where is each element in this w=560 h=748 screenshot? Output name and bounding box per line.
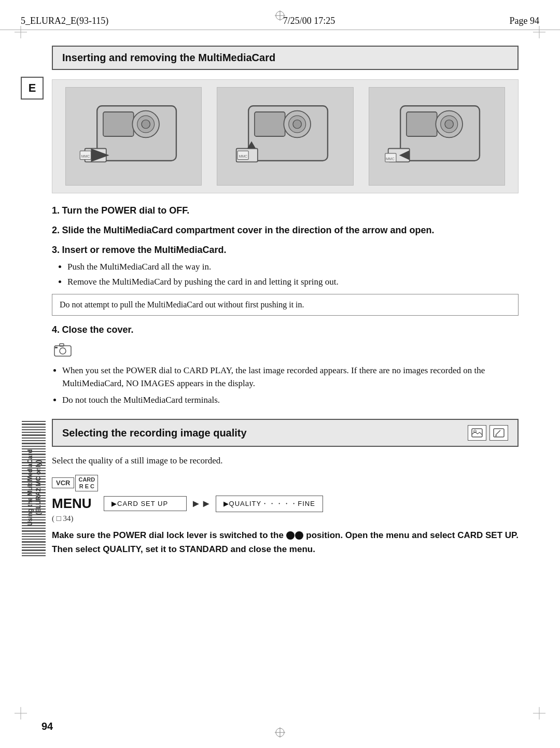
reg-mark-bottom (275, 727, 285, 738)
bullet-2: Remove the MultiMediaCard by pushing the… (67, 275, 519, 289)
svg-rect-34 (55, 347, 58, 348)
circle-dot-2 (295, 531, 303, 540)
step-3-bullets: Push the MultiMediaCard all the way in. … (67, 260, 519, 289)
diagram-2: MMC (217, 87, 353, 186)
instructions: 1. Turn the POWER dial to OFF. 2. Slide … (52, 204, 519, 406)
page-number: 94 (41, 721, 53, 732)
svg-rect-4 (103, 112, 134, 136)
menu-box-1: ▶CARD SET UP (104, 496, 187, 511)
svg-text:MMC: MMC (81, 154, 90, 158)
bottom-section-wrapper: Using the MultiMediaCard (ELURA2 MC only… (52, 419, 519, 556)
camera-icon-area (54, 343, 519, 360)
header-right: Page 94 (509, 16, 539, 26)
side-label-container: Using the MultiMediaCard (ELURA2 MC only… (24, 419, 46, 556)
bottom-section: Selecting the recording image quality (52, 419, 519, 556)
svg-point-7 (142, 120, 150, 128)
reg-mark-top (275, 10, 285, 21)
svg-point-32 (60, 348, 66, 354)
camera-small-icon (54, 343, 72, 357)
diagram-1: MMC (65, 87, 202, 186)
svg-point-17 (293, 120, 301, 128)
svg-text:MMC: MMC (386, 157, 395, 161)
menu-arrow: ►► (191, 498, 212, 510)
bullet-1: Push the MultiMediaCard all the way in. (67, 260, 519, 274)
badge-card-rec: CARD R E C (75, 475, 98, 491)
svg-rect-33 (60, 344, 64, 346)
info-bullet-1: When you set the POWER dial to CARD PLAY… (62, 364, 519, 390)
svg-marker-39 (495, 435, 497, 436)
image-icon (471, 428, 483, 437)
pencil-icon (493, 428, 505, 437)
final-instruction-text: Make sure the POWER dial lock lever is s… (52, 530, 286, 540)
svg-text:MMC: MMC (239, 154, 248, 158)
info-bullet-2: Do not touch the MultiMediaCard terminal… (62, 393, 519, 407)
menu-label: MENU (52, 496, 99, 512)
section-icons (468, 425, 508, 441)
menu-box-2: ▶QUALITY・・・・・FINE (216, 496, 323, 512)
ref-note: ( □ 34) (52, 514, 519, 523)
info-bullets: When you set the POWER dial to CARD PLAY… (62, 364, 519, 407)
main-content: E Inserting and removing the MultiMediaC… (0, 35, 560, 577)
corner-tl (15, 26, 27, 41)
corner-tr (533, 26, 545, 41)
icon-image (468, 425, 486, 441)
step-2: 2. Slide the MultiMediaCard compartment … (52, 223, 519, 238)
e-tab: E (21, 77, 44, 100)
step-3: 3. Insert or remove the MultiMediaCard. … (52, 243, 519, 289)
step-1: 1. Turn the POWER dial to OFF. (52, 204, 519, 218)
section2-title: Selecting the recording image quality (62, 427, 247, 439)
svg-rect-14 (255, 112, 285, 136)
final-instruction: Make sure the POWER dial lock lever is s… (52, 528, 519, 556)
step-4: 4. Close the cover. (52, 323, 519, 337)
diagram-area: MMC MMC (52, 79, 519, 193)
badge-vcr: VCR (52, 477, 74, 488)
icon-pencil (489, 425, 508, 441)
diagram-3: MMC (369, 87, 505, 186)
circle-dot-1 (286, 531, 295, 540)
select-text: Select the quality of a still image to b… (52, 454, 519, 468)
svg-rect-37 (494, 429, 504, 437)
warning-box: Do not attempt to pull the MultiMediaCar… (52, 294, 519, 316)
menu-row: MENU ▶CARD SET UP ►► ▶QUALITY・・・・・FINE (52, 496, 519, 512)
page: 5_ELURA2_E(93-115) 7/25/00 17:25 Page 94… (0, 0, 560, 748)
side-label: Using the MultiMediaCard (ELURA2 MC only… (26, 449, 43, 526)
header-left: 5_ELURA2_E(93-115) (21, 16, 108, 26)
section2-header: Selecting the recording image quality (52, 419, 519, 447)
corner-br (533, 707, 545, 722)
section1-header: Inserting and removing the MultiMediaCar… (52, 46, 519, 70)
svg-rect-23 (407, 112, 437, 136)
corner-bl (15, 707, 27, 722)
mode-badges: VCR CARD R E C (52, 475, 519, 491)
header-center: 7/25/00 17:25 (283, 16, 335, 26)
svg-point-26 (445, 120, 453, 128)
